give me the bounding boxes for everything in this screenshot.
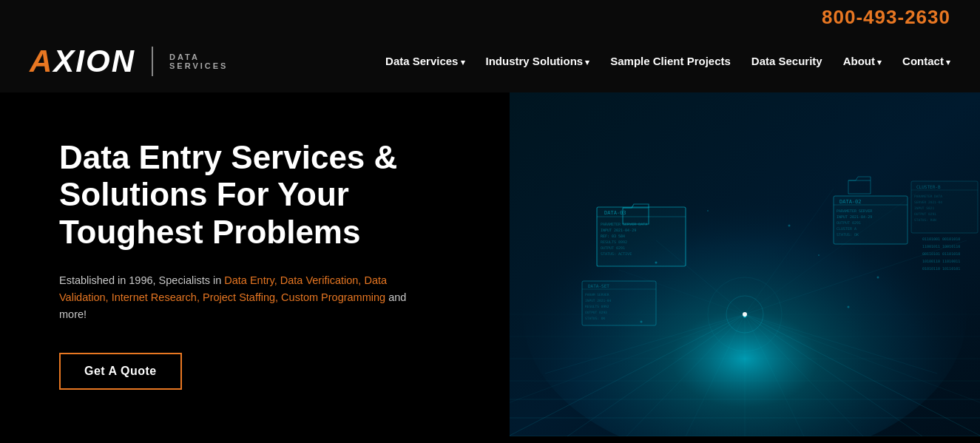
svg-text:REF: 03 584: REF: 03 584: [601, 234, 625, 238]
svg-point-73: [641, 321, 643, 323]
logo-data-line: DATA: [169, 53, 228, 61]
svg-text:RESULTS 8992: RESULTS 8992: [585, 305, 609, 308]
svg-text:OUTPUT 0293: OUTPUT 0293: [585, 311, 607, 314]
svg-point-74: [848, 306, 850, 308]
logo[interactable]: AXION DATA SERVICES: [30, 44, 228, 79]
logo-divider: [152, 47, 153, 76]
nav-item-about: About: [843, 55, 882, 68]
svg-text:INPUT 2021-04-29: INPUT 2021-04-29: [837, 214, 872, 219]
svg-text:CLUSTER A: CLUSTER A: [837, 226, 856, 231]
svg-text:STATUS: OK: STATUS: OK: [585, 317, 605, 320]
svg-text:INPUT 2021-04-29: INPUT 2021-04-29: [601, 228, 636, 232]
svg-text:STATUS: RUN: STATUS: RUN: [914, 218, 936, 222]
top-bar: 800-493-2630: [0, 0, 980, 35]
svg-point-69: [788, 225, 791, 227]
svg-text:STATUS: ACTIVE: STATUS: ACTIVE: [601, 251, 632, 256]
nav-link-industry-solutions[interactable]: Industry Solutions: [486, 55, 590, 67]
svg-text:01010110 10110101: 01010110 10110101: [922, 266, 960, 271]
nav-item-contact: Contact: [902, 55, 950, 68]
nav-list: Data Services Industry Solutions Sample …: [385, 55, 950, 68]
nav-link-contact[interactable]: Contact: [902, 55, 950, 67]
svg-text:SERVER 2021-04: SERVER 2021-04: [914, 200, 942, 204]
hero-visual-svg: DATA-03 PARAMETER SERVER DATA INPUT 2021…: [510, 92, 980, 436]
hero-section: Data Entry Services & Solutions For Your…: [0, 92, 980, 436]
logo-tagline: DATA SERVICES: [169, 53, 228, 70]
svg-text:11001011 10010110: 11001011 10010110: [922, 244, 960, 248]
logo-services-line: SERVICES: [169, 61, 228, 70]
svg-text:00110101 01101010: 00110101 01101010: [922, 251, 960, 256]
nav-item-data-security: Data Security: [751, 55, 822, 68]
hero-content: Data Entry Services & Solutions For Your…: [0, 92, 510, 436]
svg-text:PARAM SERVER: PARAM SERVER: [585, 293, 609, 297]
svg-text:RESULTS 8992: RESULTS 8992: [601, 240, 627, 244]
nav-item-data-services: Data Services: [385, 55, 464, 68]
svg-text:OUTPUT 0291: OUTPUT 0291: [601, 246, 625, 250]
logo-a: A: [30, 44, 53, 78]
hero-image: DATA-03 PARAMETER SERVER DATA INPUT 2021…: [510, 92, 980, 436]
logo-brand: AXION: [30, 44, 135, 79]
nav-item-industry-solutions: Industry Solutions: [486, 55, 590, 68]
svg-point-70: [877, 277, 879, 279]
nav-item-sample-client-projects: Sample Client Projects: [610, 55, 731, 68]
cta-button[interactable]: Get A Quote: [59, 353, 182, 390]
svg-text:INPUT 5821: INPUT 5821: [914, 206, 934, 210]
svg-text:OUTPUT 0291: OUTPUT 0291: [837, 220, 861, 225]
svg-text:10100110 11010011: 10100110 11010011: [922, 259, 960, 263]
nav-link-about[interactable]: About: [843, 55, 882, 67]
svg-point-65: [743, 312, 747, 317]
hero-title: Data Entry Services & Solutions For Your…: [59, 139, 465, 251]
svg-point-71: [707, 210, 709, 212]
nav-link-data-services[interactable]: Data Services: [385, 55, 464, 67]
svg-text:CLUSTER-B: CLUSTER-B: [916, 184, 941, 189]
logo-rest: XION: [53, 44, 135, 78]
phone-number[interactable]: 800-493-2630: [822, 6, 950, 29]
svg-point-72: [818, 254, 820, 256]
svg-text:DATA-02: DATA-02: [839, 199, 862, 205]
nav-link-sample-client-projects[interactable]: Sample Client Projects: [610, 55, 731, 67]
svg-point-68: [655, 262, 658, 264]
svg-text:INPUT 2021-04: INPUT 2021-04: [585, 299, 612, 302]
main-nav: AXION DATA SERVICES Data Services Indust…: [0, 35, 980, 92]
svg-text:PARAMETER DATA: PARAMETER DATA: [914, 195, 942, 198]
hero-subtitle: Established in 1996, Specialists in Data…: [59, 272, 429, 324]
svg-text:PARAMETER SERVER: PARAMETER SERVER: [837, 209, 873, 213]
svg-text:DATA-SET: DATA-SET: [588, 283, 609, 288]
nav-link-data-security[interactable]: Data Security: [751, 55, 822, 67]
svg-text:OUTPUT 0291: OUTPUT 0291: [914, 212, 936, 216]
site-header: 800-493-2630 AXION DATA SERVICES Data Se…: [0, 0, 980, 92]
svg-text:01101001 00101010: 01101001 00101010: [922, 237, 960, 241]
